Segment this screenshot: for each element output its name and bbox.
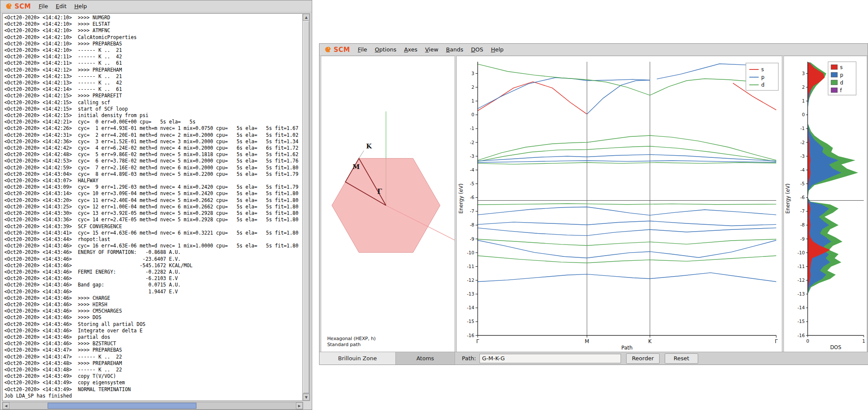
- path-input[interactable]: [479, 354, 621, 363]
- svg-text:-3: -3: [800, 154, 805, 159]
- logfile-window: SCM FileEditHelp <Oct20-2020> <14:42:10>…: [0, 0, 312, 410]
- svg-text:-8: -8: [470, 222, 474, 227]
- tab-brillouin-zone[interactable]: Brillouin Zone: [319, 352, 396, 365]
- menu-item-view[interactable]: View: [425, 46, 438, 53]
- svg-text:-9: -9: [470, 236, 474, 241]
- svg-text:d: d: [840, 80, 844, 86]
- desktop: SCM FileEditHelp <Oct20-2020> <14:42:10>…: [0, 0, 868, 410]
- svg-text:K: K: [366, 142, 372, 150]
- band-structure-chart: 3210-1-2-3-4-5-6-7-8-9-10-11-12-13-14-15…: [457, 56, 782, 352]
- logfile-menubar: SCM FileEditHelp: [0, 0, 312, 12]
- scm-bird-icon: [5, 2, 13, 10]
- menu-item-file[interactable]: File: [358, 46, 367, 53]
- svg-text:s: s: [761, 66, 764, 72]
- scm-logo-text: SCM: [15, 3, 31, 10]
- svg-text:M: M: [585, 338, 589, 344]
- svg-text:-16: -16: [467, 333, 474, 338]
- horizontal-scroll-thumb[interactable]: [48, 403, 196, 409]
- svg-text:-13: -13: [467, 291, 474, 296]
- dos-panel: 3210-1-2-3-4-5-6-7-8-9-10-11-12-13-14-15…: [784, 56, 867, 353]
- svg-text:-6: -6: [800, 195, 805, 200]
- path-label: Path:: [462, 355, 476, 362]
- log-text[interactable]: <Oct20-2020> <14:42:10> >>>> NUMGRD <Oct…: [2, 13, 303, 401]
- band-structure-panel: 3210-1-2-3-4-5-6-7-8-9-10-11-12-13-14-15…: [456, 56, 782, 353]
- menu-item-edit[interactable]: Edit: [56, 3, 66, 9]
- svg-text:3: 3: [471, 71, 474, 76]
- menu-item-options[interactable]: Options: [375, 46, 396, 53]
- svg-text:K: K: [648, 338, 652, 344]
- svg-text:-13: -13: [798, 291, 805, 296]
- scm-logo[interactable]: SCM: [5, 2, 31, 10]
- svg-text:0: 0: [802, 112, 805, 117]
- svg-text:Γ: Γ: [377, 187, 382, 196]
- scm-bird-icon: [324, 45, 332, 54]
- svg-text:-4: -4: [470, 167, 474, 172]
- svg-text:-1: -1: [800, 126, 805, 131]
- svg-text:-4: -4: [800, 167, 805, 172]
- svg-text:-6: -6: [470, 195, 474, 200]
- menu-item-dos[interactable]: DOS: [471, 46, 483, 53]
- bandstructure-menubar: SCM FileOptionsAxesViewBandsDOSHelp: [319, 44, 868, 56]
- vertical-scroll-thumb[interactable]: [303, 21, 309, 393]
- svg-text:Standard path: Standard path: [327, 342, 361, 347]
- svg-text:-8: -8: [800, 222, 805, 227]
- reset-button[interactable]: Reset: [665, 353, 698, 364]
- svg-text:-9: -9: [800, 236, 805, 241]
- svg-text:-12: -12: [467, 277, 474, 283]
- svg-text:-7: -7: [800, 208, 805, 214]
- svg-text:2: 2: [471, 84, 474, 90]
- svg-text:Hexagonal (HEXP, h): Hexagonal (HEXP, h): [327, 336, 376, 341]
- svg-text:3: 3: [802, 71, 805, 76]
- svg-text:Path: Path: [621, 345, 633, 351]
- scm-logo[interactable]: SCM: [324, 45, 350, 54]
- svg-text:-2: -2: [800, 139, 805, 145]
- svg-text:-3: -3: [470, 154, 474, 159]
- svg-text:-11: -11: [798, 264, 805, 269]
- brillouin-zone-figure: ΓMKHexagonal (HEXP, h)Standard path: [321, 56, 455, 352]
- svg-text:-5: -5: [470, 181, 474, 186]
- menu-item-file[interactable]: File: [39, 3, 48, 9]
- svg-text:-16: -16: [798, 333, 805, 338]
- svg-text:-2: -2: [470, 140, 474, 145]
- log-vertical-scrollbar[interactable]: ▲ ▼: [302, 13, 310, 401]
- svg-text:-15: -15: [467, 319, 474, 324]
- svg-text:1: 1: [862, 338, 865, 344]
- svg-text:d: d: [761, 82, 765, 88]
- bandstructure-menu: FileOptionsAxesViewBandsDOSHelp: [358, 46, 503, 53]
- svg-text:-11: -11: [467, 264, 474, 269]
- reorder-button[interactable]: Reorder: [626, 353, 660, 364]
- menu-item-axes[interactable]: Axes: [404, 46, 417, 53]
- svg-text:-10: -10: [798, 250, 805, 255]
- tab-atoms[interactable]: Atoms: [396, 352, 455, 365]
- scroll-up-arrow-icon[interactable]: ▲: [303, 14, 310, 21]
- scroll-right-arrow-icon[interactable]: ▶: [296, 402, 303, 409]
- scm-logo-text: SCM: [334, 46, 350, 54]
- log-horizontal-scrollbar[interactable]: ◀ ▶: [2, 402, 303, 410]
- scroll-down-arrow-icon[interactable]: ▼: [303, 394, 310, 401]
- menu-item-help[interactable]: Help: [74, 3, 87, 9]
- scroll-left-arrow-icon[interactable]: ◀: [3, 402, 9, 409]
- svg-text:M: M: [353, 163, 360, 171]
- svg-text:-10: -10: [467, 250, 474, 255]
- svg-text:0: 0: [806, 338, 809, 344]
- menu-item-bands[interactable]: Bands: [446, 46, 463, 53]
- svg-text:p: p: [761, 74, 765, 80]
- menu-item-help[interactable]: Help: [491, 46, 504, 53]
- svg-text:DOS: DOS: [830, 344, 841, 350]
- bottom-toolbar: Brillouin Zone Atoms Path: Reorder Reset: [319, 352, 868, 365]
- svg-text:-7: -7: [470, 208, 474, 214]
- svg-text:0: 0: [471, 112, 474, 117]
- svg-text:1: 1: [802, 98, 805, 103]
- bandstructure-window: SCM FileOptionsAxesViewBandsDOSHelp ΓMKH…: [319, 43, 868, 365]
- svg-text:Γ: Γ: [476, 338, 479, 344]
- svg-text:p: p: [840, 72, 844, 78]
- svg-text:-14: -14: [798, 305, 805, 310]
- svg-text:-14: -14: [467, 305, 474, 310]
- logfile-menu: FileEditHelp: [39, 3, 87, 9]
- svg-text:1: 1: [471, 98, 474, 103]
- svg-text:-15: -15: [798, 319, 805, 324]
- svg-text:Γ: Γ: [775, 338, 778, 344]
- svg-text:-1: -1: [470, 126, 474, 131]
- svg-text:-5: -5: [800, 181, 805, 186]
- svg-text:Energy (eV): Energy (eV): [458, 184, 464, 214]
